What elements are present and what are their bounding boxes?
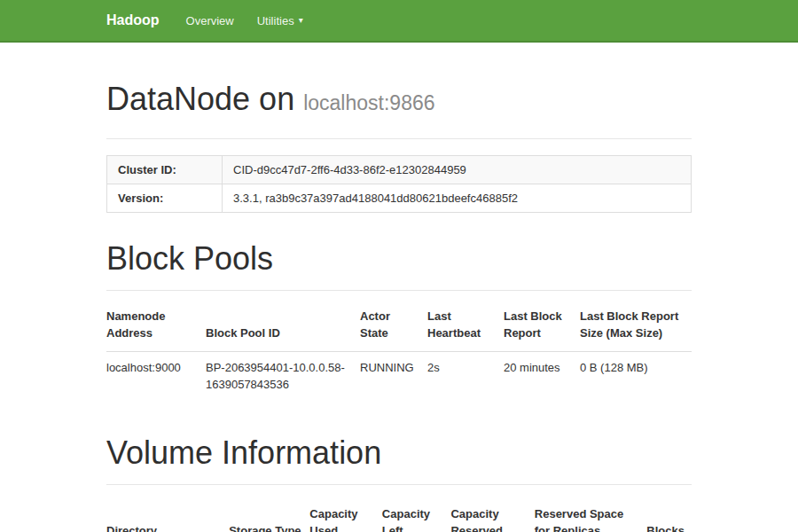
- cell-namenode-address: localhost:9000: [106, 351, 206, 401]
- divider: [106, 138, 692, 139]
- col-directory: Directory: [106, 485, 229, 532]
- brand-hadoop[interactable]: Hadoop: [106, 12, 160, 28]
- cell-actor-state: RUNNING: [360, 351, 427, 401]
- cell-last-block-report: 20 minutes: [504, 351, 580, 401]
- col-actor-state: Actor State: [360, 291, 427, 351]
- page-title-text: DataNode on: [106, 81, 294, 117]
- nav-item-overview[interactable]: Overview: [186, 14, 234, 27]
- block-pools-heading: Block Pools: [106, 241, 692, 277]
- volume-information-heading: Volume Information: [106, 435, 692, 471]
- page-title-host: localhost:9866: [303, 91, 434, 114]
- col-last-block-report-size: Last Block Report Size (Max Size): [580, 291, 692, 351]
- main-content: DataNode on localhost:9866 Cluster ID: C…: [106, 82, 692, 532]
- cluster-id-label: Cluster ID:: [107, 155, 223, 184]
- col-capacity-used: Capacity Used: [309, 485, 382, 532]
- page-title: DataNode on localhost:9866: [106, 82, 692, 117]
- version-label: Version:: [107, 184, 223, 212]
- table-header-row: Directory Storage Type Capacity Used Cap…: [106, 485, 692, 532]
- cell-last-heartbeat: 2s: [427, 351, 504, 401]
- nav-item-utilities[interactable]: Utilities ▾: [257, 14, 303, 27]
- table-row: Cluster ID: CID-d9cc47d7-2ff6-4d33-86f2-…: [107, 155, 692, 184]
- caret-down-icon: ▾: [299, 16, 303, 25]
- block-pools-table: Namenode Address Block Pool ID Actor Sta…: [106, 291, 692, 401]
- version-value: 3.3.1, ra3b9c37a397ad4188041dd80621bdeef…: [223, 184, 692, 212]
- col-capacity-reserved: Capacity Reserved: [450, 485, 534, 532]
- cluster-id-value: CID-d9cc47d7-2ff6-4d33-86f2-e12302844959: [223, 155, 692, 184]
- table-row: localhost:9000 BP-2063954401-10.0.0.58-1…: [106, 351, 692, 401]
- cell-block-pool-id: BP-2063954401-10.0.0.58-1639057843536: [206, 351, 360, 401]
- col-last-heartbeat: Last Heartbeat: [427, 291, 504, 351]
- col-block-pool-id: Block Pool ID: [206, 291, 360, 351]
- col-capacity-left: Capacity Left: [382, 485, 451, 532]
- table-row: Version: 3.3.1, ra3b9c37a397ad4188041dd8…: [107, 184, 692, 212]
- col-namenode-address: Namenode Address: [106, 291, 206, 351]
- col-storage-type: Storage Type: [229, 485, 309, 532]
- col-blocks: Blocks: [646, 485, 692, 532]
- cluster-info-table: Cluster ID: CID-d9cc47d7-2ff6-4d33-86f2-…: [106, 155, 692, 213]
- col-reserved-space-replicas: Reserved Space for Replicas: [535, 485, 647, 532]
- volume-information-table: Directory Storage Type Capacity Used Cap…: [106, 485, 692, 532]
- top-navbar: Hadoop Overview Utilities ▾: [0, 0, 798, 43]
- col-last-block-report: Last Block Report: [504, 291, 580, 351]
- cell-last-block-report-size: 0 B (128 MB): [580, 351, 692, 401]
- nav-item-utilities-label: Utilities: [257, 14, 294, 27]
- table-header-row: Namenode Address Block Pool ID Actor Sta…: [106, 291, 692, 351]
